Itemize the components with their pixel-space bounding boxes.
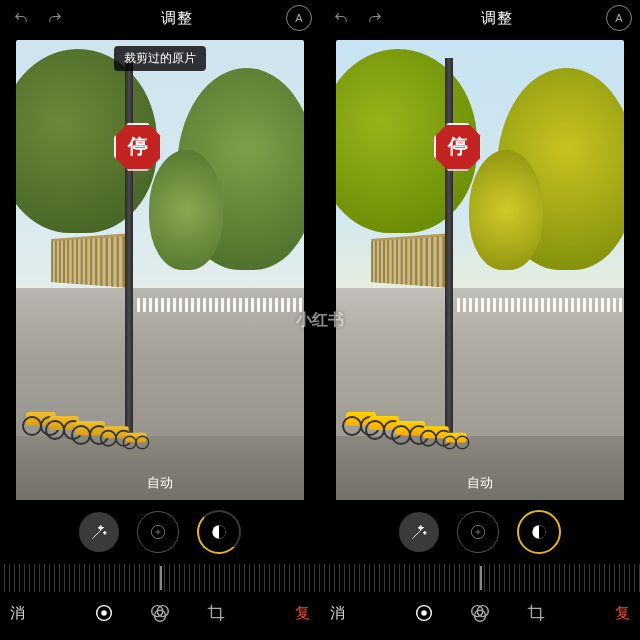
cancel-button[interactable]: 消 [10, 604, 30, 623]
photo-preview[interactable]: 停 [336, 40, 624, 500]
top-toolbar: 调整 A [0, 0, 320, 36]
adjust-tools-row [0, 506, 320, 558]
filters-button-active[interactable] [517, 510, 561, 554]
tab-filters-icon[interactable] [149, 602, 171, 624]
markup-icon[interactable]: A [286, 5, 312, 31]
undo-icon[interactable] [328, 5, 354, 31]
reset-button[interactable]: 复 [610, 604, 630, 623]
stop-sign: 停 [434, 123, 478, 167]
tab-adjust-icon[interactable] [93, 602, 115, 624]
tab-crop-icon[interactable] [205, 602, 227, 624]
redo-icon[interactable] [42, 5, 68, 31]
tab-crop-icon[interactable] [525, 602, 547, 624]
reset-button[interactable]: 复 [290, 604, 310, 623]
stop-sign: 停 [114, 123, 158, 167]
tab-adjust-icon[interactable] [413, 602, 435, 624]
photo-preview[interactable]: 停 [16, 40, 304, 500]
markup-icon[interactable]: A [606, 5, 632, 31]
bottom-tab-row: 消 复 [320, 596, 640, 630]
page-title: 调整 [481, 9, 513, 28]
adjust-name-label: 自动 [147, 474, 173, 492]
adjust-dial[interactable] [0, 564, 320, 592]
auto-enhance-button[interactable] [79, 512, 119, 552]
lamp-post [445, 58, 453, 444]
top-toolbar: 调整 A [320, 0, 640, 36]
editor-pane-original: 调整 A 停 裁剪 [0, 0, 320, 640]
bottom-tab-row: 消 复 [0, 596, 320, 630]
adjust-dial[interactable] [320, 564, 640, 592]
adjust-tools-row [320, 506, 640, 558]
tab-filters-icon[interactable] [469, 602, 491, 624]
cancel-button[interactable]: 消 [330, 604, 350, 623]
redo-icon[interactable] [362, 5, 388, 31]
exposure-button[interactable] [137, 511, 179, 553]
page-title: 调整 [161, 9, 193, 28]
lamp-post [125, 58, 133, 444]
auto-enhance-button[interactable] [399, 512, 439, 552]
editor-pane-edited: 调整 A 停 自动 [320, 0, 640, 640]
exposure-button[interactable] [457, 511, 499, 553]
filters-button-active[interactable] [197, 510, 241, 554]
original-badge: 裁剪过的原片 [114, 46, 206, 71]
svg-point-10 [421, 610, 427, 616]
svg-point-3 [101, 610, 107, 616]
undo-icon[interactable] [8, 5, 34, 31]
adjust-name-label: 自动 [467, 474, 493, 492]
